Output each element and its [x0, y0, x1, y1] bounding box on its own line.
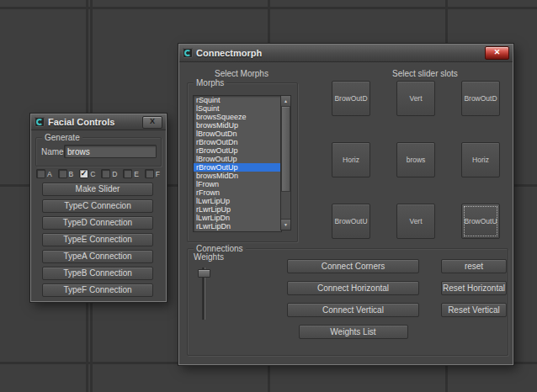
morph-list-item[interactable]: rBrowOutUp — [194, 146, 281, 155]
checkbox-label: C — [90, 170, 95, 178]
checkbox-row: AB✓CDEF — [36, 169, 160, 178]
name-input[interactable] — [64, 145, 157, 158]
slider-slot-button-3[interactable]: Horiz — [332, 142, 370, 177]
slider-thumb[interactable] — [198, 269, 210, 278]
checkbox-label: D — [112, 170, 117, 178]
checkbox-box-f[interactable] — [145, 169, 154, 178]
connectmorph-title: Connectmorph — [196, 48, 262, 58]
checkbox-label: F — [156, 170, 160, 178]
close-icon[interactable]: X — [142, 116, 162, 129]
slider-slot-button-0[interactable]: BrowOutD — [332, 81, 370, 116]
checkbox-label: E — [134, 170, 139, 178]
morph-list-item[interactable]: lLwrLipDn — [194, 214, 281, 222]
facial-controls-title: Facial Controls — [48, 117, 114, 127]
morph-list-item[interactable]: rSquint — [194, 96, 281, 104]
morph-list-item[interactable]: rFrown — [194, 188, 281, 197]
typef-connection-button[interactable]: TypeF Connection — [42, 283, 153, 297]
checkbox-f[interactable]: F — [145, 169, 160, 178]
morph-list-item[interactable]: rLwrLipDn — [194, 222, 281, 230]
scroll-down-icon[interactable]: ▼ — [281, 219, 290, 230]
morph-list-item[interactable]: rBrowOutUp — [194, 163, 281, 172]
slider-slot-button-6[interactable]: BrowOutU — [332, 204, 370, 239]
morphs-scrollbar[interactable]: ▲ ▼ — [280, 95, 291, 230]
reset-buttons-column: resetReset HorizontalReset Vertical — [441, 259, 507, 317]
morph-list-item[interactable]: browsSqueeze — [194, 113, 281, 121]
slider-slot-button-7[interactable]: Vert — [396, 204, 435, 239]
typed-connection-button[interactable]: TypeD Connection — [42, 216, 153, 230]
typea-connection-button[interactable]: TypeA Connection — [42, 250, 153, 263]
reset-vertical-button[interactable]: Reset Vertical — [441, 303, 507, 317]
checkbox-c[interactable]: ✓C — [79, 169, 95, 178]
connections-groupbox: Connections Weights Connect CornersConne… — [187, 248, 508, 356]
checkbox-box-c[interactable]: ✓ — [79, 169, 88, 178]
facial-controls-titlebar[interactable]: Facial Controls X — [31, 114, 166, 130]
slider-slot-button-5[interactable]: Horiz — [461, 142, 500, 177]
checkbox-label: A — [47, 170, 52, 178]
slider-slot-button-4[interactable]: brows — [396, 142, 435, 177]
morph-list-item[interactable]: lLwrLipUp — [194, 197, 281, 205]
make-slider-button[interactable]: Make Slider — [42, 183, 153, 196]
generate-group-label: Generate — [42, 132, 82, 143]
morphs-group-label: Morphs — [194, 77, 226, 88]
checkbox-a[interactable]: A — [36, 169, 52, 178]
morph-list-item[interactable]: browsMidDn — [194, 172, 281, 180]
connect-corners-button[interactable]: Connect Corners — [287, 259, 419, 273]
reset-button[interactable]: reset — [441, 259, 507, 273]
reset-horizontal-button[interactable]: Reset Horizontal — [441, 281, 507, 295]
typee-connection-button[interactable]: TypeE Connection — [42, 233, 153, 246]
select-slider-slots-label: Select slider slots — [392, 69, 458, 78]
checkbox-box-e[interactable] — [123, 169, 132, 178]
slider-slot-grid: BrowOutDVertBrowOutDHorizbrowsHorizBrowO… — [332, 81, 500, 239]
connectmorph-titlebar[interactable]: Connectmorph ✕ — [179, 45, 513, 62]
app-icon — [183, 48, 193, 58]
slider-slot-button-8[interactable]: BrowOutU — [461, 204, 500, 239]
weights-slider[interactable] — [198, 266, 210, 321]
morph-list-item[interactable]: rBrowOutDn — [194, 138, 281, 146]
typec-connecion-button[interactable]: TypeC Connecion — [42, 199, 153, 213]
morphs-listbox[interactable]: rSquintlSquintbrowsSqueezebrowsMidUplBro… — [193, 95, 282, 232]
checkbox-box-d[interactable] — [101, 169, 110, 178]
viewport-background: Facial Controls X Generate Name AB✓CDEF … — [0, 0, 537, 392]
close-icon[interactable]: ✕ — [485, 46, 509, 60]
morph-list-item[interactable]: lBrowOutUp — [194, 155, 281, 163]
typeb-connection-button[interactable]: TypeB Connection — [42, 267, 153, 280]
checkbox-b[interactable]: B — [58, 169, 74, 178]
checkbox-d[interactable]: D — [101, 169, 117, 178]
facial-buttons-column: Make SliderTypeC ConnecionTypeD Connecti… — [42, 183, 153, 297]
connection-buttons-column: Connect CornersConnect HorizontalConnect… — [287, 259, 419, 339]
connect-horizontal-button[interactable]: Connect Horizontal — [287, 281, 419, 295]
morph-list-item[interactable]: lSquint — [194, 104, 281, 113]
facial-controls-window: Facial Controls X Generate Name AB✓CDEF … — [30, 114, 167, 302]
scrollbar-thumb[interactable] — [281, 106, 290, 192]
checkbox-box-b[interactable] — [58, 169, 67, 178]
slider-slot-button-1[interactable]: Vert — [396, 81, 435, 116]
slider-slot-button-2[interactable]: BrowOutD — [461, 81, 500, 116]
morph-list-item[interactable]: rLwrLipUp — [194, 205, 281, 214]
name-label: Name — [41, 147, 64, 156]
morphs-groupbox: Morphs rSquintlSquintbrowsSqueezebrowsMi… — [187, 82, 298, 242]
checkbox-label: B — [69, 170, 74, 178]
connectmorph-window: Connectmorph ✕ Select Morphs Select slid… — [178, 44, 513, 365]
app-icon — [35, 117, 45, 127]
generate-groupbox: Generate Name — [35, 137, 162, 167]
weights-label: Weights — [194, 252, 224, 262]
weights-list-button[interactable]: Weights List — [299, 325, 408, 339]
morph-list-item[interactable]: lFrown — [194, 180, 281, 188]
morph-list-item[interactable]: lBrowOutDn — [194, 130, 281, 138]
morph-list-item[interactable]: browsMidUp — [194, 121, 281, 130]
connect-vertical-button[interactable]: Connect Vertical — [287, 303, 419, 317]
checkbox-box-a[interactable] — [36, 169, 45, 178]
checkbox-e[interactable]: E — [123, 169, 139, 178]
